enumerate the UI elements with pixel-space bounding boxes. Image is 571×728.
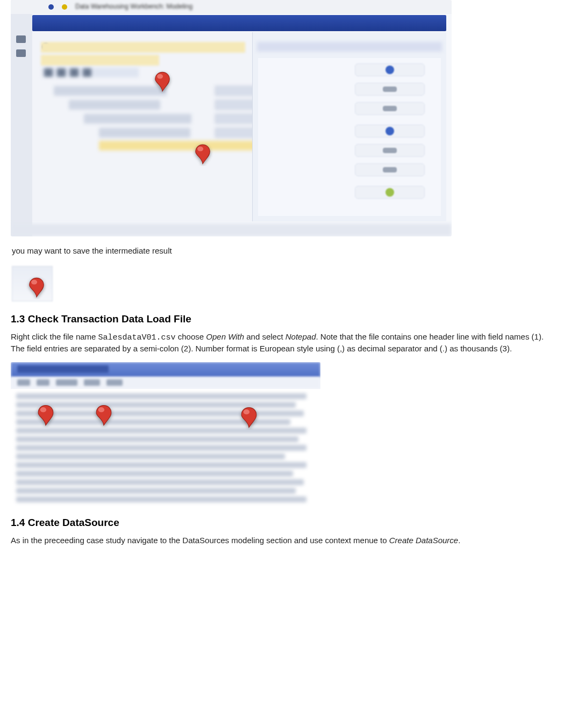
right-panel xyxy=(252,32,446,221)
app-label: Notepad xyxy=(286,332,316,341)
tree-toolbar xyxy=(42,68,139,77)
notepad-titlebar xyxy=(11,362,320,377)
filename: SalesdataV01.csv xyxy=(98,333,176,342)
nav-tree xyxy=(54,86,258,172)
screenshot-workbench: Data Warehousing Workbench: Modeling xyxy=(11,0,452,236)
window-title: Data Warehousing Workbench: Modeling xyxy=(75,3,192,10)
header-bar xyxy=(32,15,446,31)
content-area xyxy=(32,32,446,221)
left-strip xyxy=(11,0,32,236)
text: As in the preceeding case study navigate… xyxy=(11,536,389,545)
paragraph-1-4: As in the preceeding case study navigate… xyxy=(11,535,554,546)
text: . xyxy=(458,536,460,545)
callout-pin-icon xyxy=(25,276,48,299)
selected-tree-node xyxy=(99,141,271,150)
notepad-menubar xyxy=(11,377,320,389)
action-label: Create DataSource xyxy=(389,536,458,545)
thumbnail-step xyxy=(11,265,54,302)
text: Right click the file name xyxy=(11,332,98,341)
status-bar xyxy=(11,224,452,236)
callout-pin-icon xyxy=(237,405,261,430)
window-titlebar: Data Warehousing Workbench: Modeling xyxy=(11,0,452,14)
screenshot-notepad xyxy=(11,362,320,507)
text: choose xyxy=(176,332,206,341)
heading-1-3: 1.3 Check Transaction Data Load File xyxy=(11,313,560,325)
paragraph-1-3: Right click the file name SalesdataV01.c… xyxy=(11,331,554,355)
caption-save-intermediate: you may want to save the intermediate re… xyxy=(12,246,560,255)
callout-pin-icon xyxy=(33,403,58,428)
callout-pin-icon xyxy=(91,403,116,428)
text: and select xyxy=(244,332,286,341)
menu-label: Open With xyxy=(206,332,244,341)
heading-1-4: 1.4 Create DataSource xyxy=(11,517,560,529)
